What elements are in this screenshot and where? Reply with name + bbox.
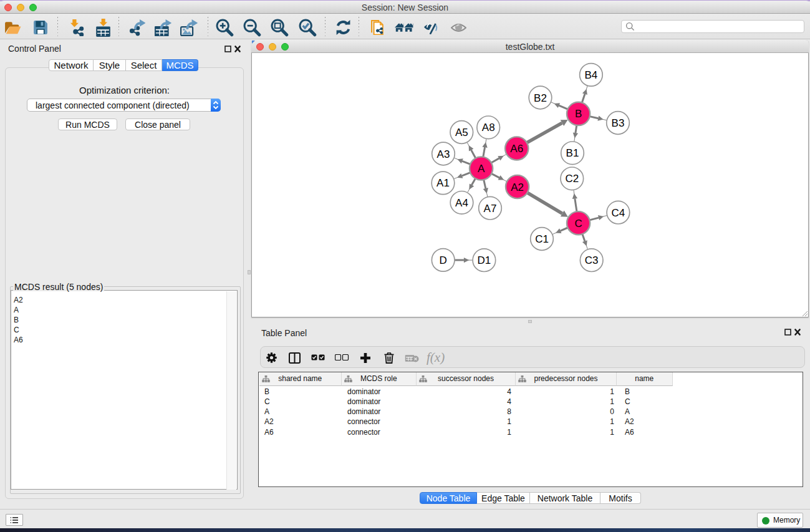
svg-text:C2: C2 (565, 173, 579, 185)
svg-text:B1: B1 (566, 147, 579, 159)
svg-text:B2: B2 (534, 92, 547, 104)
svg-text:C4: C4 (612, 207, 625, 219)
svg-text:D1: D1 (478, 254, 491, 266)
svg-text:A: A (478, 163, 485, 175)
svg-text:C: C (574, 218, 582, 230)
svg-text:A6: A6 (510, 143, 523, 155)
svg-text:A1: A1 (436, 177, 450, 189)
svg-text:D: D (440, 254, 447, 266)
svg-text:A8: A8 (482, 122, 495, 133)
svg-text:A5: A5 (455, 127, 468, 138)
svg-text:A7: A7 (484, 203, 497, 215)
svg-text:B4: B4 (585, 69, 598, 81)
svg-text:A3: A3 (437, 148, 450, 160)
svg-text:B3: B3 (612, 117, 625, 129)
svg-text:A4: A4 (455, 197, 468, 209)
svg-text:B: B (575, 108, 582, 120)
svg-text:C3: C3 (585, 254, 599, 266)
svg-text:A2: A2 (511, 181, 524, 193)
svg-text:C1: C1 (535, 233, 549, 245)
